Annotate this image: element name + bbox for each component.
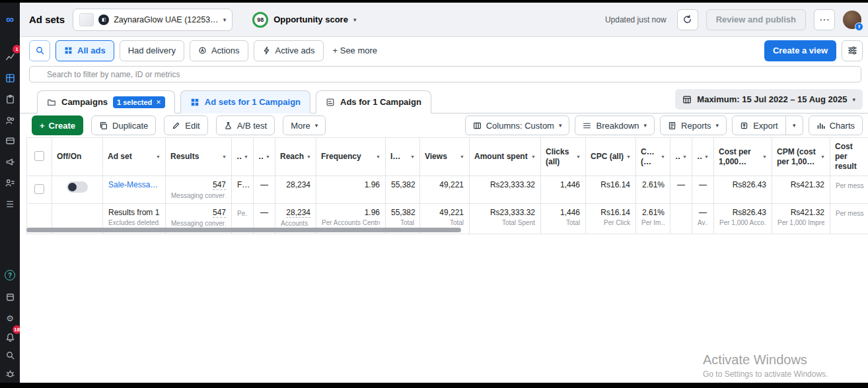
create-button[interactable]: + Create — [32, 115, 83, 135]
page-title: Ad sets — [29, 14, 65, 25]
col-cost-per-1000[interactable]: Cost per 1,000…▼ — [714, 138, 772, 176]
col-reach[interactable]: Reach▼ — [275, 138, 316, 176]
adset-name-link[interactable]: Sale-Message… — [108, 180, 160, 189]
filter-chip-active-ads[interactable]: Active ads — [254, 40, 324, 61]
audiences-icon[interactable] — [0, 110, 20, 130]
cell-reach: 28,234 — [275, 176, 316, 204]
date-range-text: Maximum: 15 Jul 2022 – 15 Aug 2025 — [697, 94, 847, 104]
filter-settings-button[interactable] — [842, 40, 863, 61]
col-truncated-1[interactable]: …▼ — [232, 138, 254, 176]
selected-count-badge[interactable]: 1 selected ✕ — [113, 96, 165, 108]
reports-button[interactable]: Reports ▾ — [660, 115, 727, 135]
meta-logo[interactable]: ∞ — [0, 10, 20, 30]
search-input[interactable] — [29, 66, 861, 82]
columns-button[interactable]: Columns: Custom ▾ — [465, 115, 570, 135]
chevron-down-icon: ▾ — [644, 122, 647, 129]
col-off-on: Off/On — [52, 138, 103, 176]
cell-cost-per-result: Per messagi… — [830, 204, 868, 234]
more-button[interactable]: More ▾ — [283, 115, 326, 135]
horizontal-scrollbar-thumb[interactable] — [26, 228, 461, 232]
plus-icon: + — [40, 121, 45, 131]
sort-icon: ▼ — [704, 154, 709, 159]
col-select — [27, 138, 52, 176]
cell-cpc: Rs16.14 — [586, 176, 636, 204]
page-header: Ad sets ◧ ZaynaraGlow UAE (122534… ▾ 98 … — [20, 3, 868, 37]
account-selector[interactable]: ◧ ZaynaraGlow UAE (122534… ▾ — [73, 9, 233, 31]
tab-ad-sets[interactable]: Ad sets for 1 Campaign — [180, 90, 310, 113]
main-content: Ad sets ◧ ZaynaraGlow UAE (122534… ▾ 98 … — [20, 3, 868, 383]
duplicate-button[interactable]: Duplicate — [91, 115, 156, 135]
business-users-icon[interactable] — [0, 173, 20, 193]
chevron-down-icon: ▾ — [559, 122, 562, 129]
facebook-badge-icon: f — [855, 22, 863, 31]
ads-reporting-icon[interactable] — [0, 89, 20, 109]
sort-icon: ▼ — [682, 154, 687, 159]
export-dropdown-button[interactable]: ▾ — [786, 115, 803, 135]
all-tools-icon[interactable]: ☰ — [0, 194, 20, 214]
col-cost-per-result[interactable]: Cost per result — [830, 138, 868, 176]
cell-clicks: 1,446Total — [541, 204, 586, 234]
col-frequency[interactable]: Frequency▼ — [316, 138, 386, 176]
col-cpm[interactable]: CPM (cost per 1,00…▼ — [772, 138, 830, 176]
col-clicks[interactable]: Clicks (all)▼ — [541, 138, 586, 176]
filter-chip-all-ads[interactable]: All ads — [55, 40, 114, 61]
search-nav-icon[interactable] — [0, 345, 20, 365]
breakdown-button[interactable]: Breakdown ▾ — [575, 115, 655, 135]
user-avatar[interactable]: f — [843, 11, 861, 29]
see-more-filters[interactable]: + See more — [333, 46, 378, 55]
charts-button[interactable]: Charts — [809, 115, 863, 135]
sort-icon: ▼ — [156, 154, 161, 159]
sort-icon: ▼ — [266, 154, 270, 159]
create-view-button[interactable]: Create a view — [764, 40, 836, 61]
account-overview-icon[interactable]: 1 — [0, 47, 20, 67]
opportunity-score-dropdown[interactable]: 98 Opportunity score ▾ — [252, 12, 356, 28]
promotions-icon[interactable] — [0, 152, 20, 172]
business-apps-icon[interactable] — [0, 287, 20, 307]
report-bug-icon[interactable] — [0, 364, 20, 383]
campaigns-nav-icon[interactable] — [0, 68, 20, 88]
col-truncated-2[interactable]: …▼ — [254, 138, 275, 176]
cell-clicks: 1,446 — [541, 176, 586, 204]
col-impressions[interactable]: I…▼ — [386, 138, 420, 176]
help-icon[interactable]: ? — [0, 265, 20, 285]
cell-trunc-4: — — [692, 176, 714, 204]
col-results[interactable]: Results▼ — [166, 138, 232, 176]
sort-icon: ▼ — [820, 154, 825, 159]
search-filter-button[interactable] — [29, 40, 50, 61]
cell-cpc: Rs16.14Per Click — [586, 204, 636, 234]
col-amount-spent[interactable]: Amount spent▼ — [470, 138, 541, 176]
col-ctr[interactable]: C… (…▼ — [636, 138, 670, 176]
tab-campaigns[interactable]: Campaigns 1 selected ✕ — [37, 90, 175, 113]
sort-icon: ▼ — [576, 154, 581, 159]
cell-ad-set: Sale-Message… — [103, 176, 166, 204]
billing-icon[interactable] — [0, 131, 20, 150]
adset-toggle[interactable] — [67, 181, 88, 193]
edit-button[interactable]: Edit — [164, 115, 207, 135]
ab-test-button[interactable]: A/B test — [216, 115, 275, 135]
table-header-row: Off/On Ad set▼ Results▼ …▼ …▼ Reach▼ Fre… — [27, 138, 868, 176]
col-truncated-4[interactable]: …▼ — [692, 138, 714, 176]
col-cpc[interactable]: CPC (all)▼ — [586, 138, 636, 176]
more-options-button[interactable]: ··· — [814, 9, 835, 30]
review-and-publish-button[interactable]: Review and publish — [706, 9, 806, 30]
cell-trunc-4: —Av… — [692, 204, 714, 234]
select-all-checkbox[interactable] — [34, 151, 44, 161]
row-checkbox[interactable] — [34, 184, 44, 194]
date-range-selector[interactable]: Maximum: 15 Jul 2022 – 15 Aug 2025 ▾ — [675, 89, 863, 110]
refresh-button[interactable] — [677, 9, 698, 30]
updated-status: Updated just now — [605, 15, 667, 24]
sort-icon: ▼ — [626, 154, 631, 159]
cell-cost-per-result: Per messagi… — [830, 176, 868, 204]
ellipsis-icon: ··· — [819, 14, 830, 26]
tab-ads[interactable]: Ads for 1 Campaign — [316, 90, 431, 113]
chevron-down-icon: ▾ — [852, 96, 855, 103]
export-button[interactable]: Export — [732, 115, 786, 135]
clear-selection-icon[interactable]: ✕ — [156, 99, 161, 106]
col-views[interactable]: Views▼ — [420, 138, 470, 176]
account-name: ZaynaraGlow UAE (122534… — [114, 15, 218, 24]
notifications-bell-icon[interactable]: 18 — [0, 327, 20, 347]
col-truncated-3[interactable]: …▼ — [670, 138, 692, 176]
filter-chip-actions[interactable]: Actions — [190, 40, 248, 61]
col-ad-set[interactable]: Ad set▼ — [103, 138, 166, 176]
filter-chip-had-delivery[interactable]: Had delivery — [120, 40, 184, 61]
